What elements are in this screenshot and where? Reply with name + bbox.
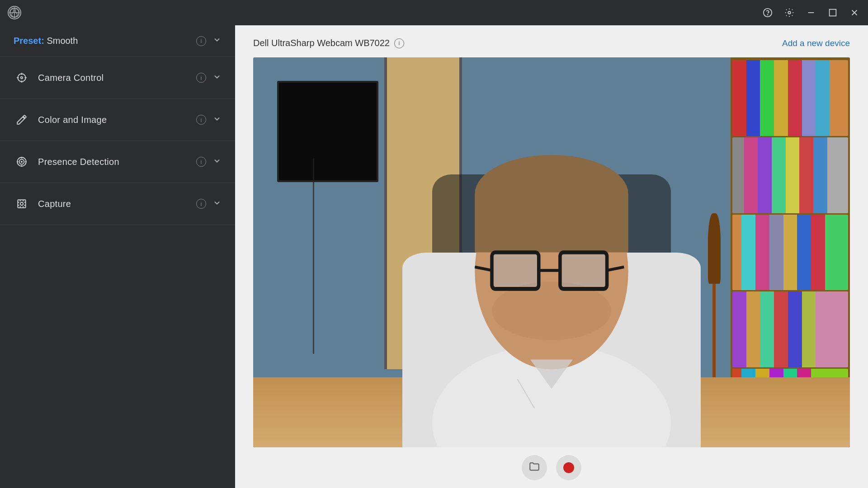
color-image-label: Color and Image (38, 115, 196, 125)
svg-rect-23 (18, 200, 25, 207)
device-name: Dell UltraSharp Webcam WB7022 i (253, 38, 404, 48)
camera-control-chevron[interactable] (212, 72, 222, 84)
target-icon (14, 154, 30, 170)
svg-point-18 (21, 161, 22, 162)
color-image-info-icon[interactable]: i (196, 115, 206, 125)
preset-keyword: Preset: (14, 36, 47, 46)
capture-icon (14, 196, 30, 212)
preset-chevron-icon[interactable] (212, 35, 222, 47)
svg-point-4 (768, 14, 768, 15)
device-info-icon[interactable]: i (394, 38, 404, 48)
svg-point-5 (788, 11, 791, 14)
preset-info-icon[interactable]: i (196, 36, 206, 46)
sidebar-item-capture[interactable]: Capture i (0, 183, 235, 225)
video-container (235, 57, 868, 447)
color-image-actions: i (196, 114, 222, 126)
presence-detection-actions: i (196, 156, 222, 168)
capture-actions: i (196, 198, 222, 210)
svg-point-11 (21, 77, 23, 79)
sidebar-item-camera-control[interactable]: Camera Control i (0, 57, 235, 99)
svg-rect-40 (492, 253, 539, 289)
capture-chevron[interactable] (212, 198, 222, 210)
camera-control-label: Camera Control (38, 73, 196, 83)
sidebar-item-presence-detection[interactable]: Presence Detection i (0, 141, 235, 183)
preset-value: Smooth (47, 36, 78, 46)
bottom-controls (235, 447, 868, 488)
help-icon[interactable] (761, 6, 774, 19)
video-frame (253, 57, 850, 447)
capture-info-icon[interactable]: i (196, 199, 206, 209)
sidebar-item-color-and-image[interactable]: Color and Image i (0, 99, 235, 141)
preset-label: Preset: Smooth (14, 36, 196, 46)
svg-rect-41 (560, 253, 607, 289)
svg-rect-38 (475, 194, 628, 252)
maximize-icon[interactable] (826, 6, 839, 19)
camera-control-actions: i (196, 72, 222, 84)
title-bar-controls (761, 6, 861, 19)
svg-point-10 (18, 74, 25, 81)
webcam-scene (253, 57, 850, 447)
sidebar: Preset: Smooth i (0, 25, 235, 488)
presence-detection-info-icon[interactable]: i (196, 157, 206, 167)
title-bar (0, 0, 868, 25)
close-icon[interactable] (848, 6, 861, 19)
app-icon (7, 5, 22, 20)
svg-point-24 (20, 202, 24, 206)
minimize-icon[interactable] (805, 6, 817, 19)
preset-actions: i (196, 35, 222, 47)
camera-control-info-icon[interactable]: i (196, 73, 206, 83)
device-header: Dell UltraSharp Webcam WB7022 i Add a ne… (235, 25, 868, 57)
record-dot (563, 462, 574, 473)
presence-detection-label: Presence Detection (38, 157, 196, 167)
open-folder-button[interactable] (522, 455, 547, 480)
add-device-button[interactable]: Add a new device (782, 38, 850, 48)
color-image-chevron[interactable] (212, 114, 222, 126)
presence-detection-chevron[interactable] (212, 156, 222, 168)
capture-label: Capture (38, 199, 196, 209)
record-button[interactable] (556, 455, 581, 480)
right-panel: Dell UltraSharp Webcam WB7022 i Add a ne… (235, 25, 868, 488)
folder-icon (528, 460, 540, 475)
crosshair-icon (14, 70, 30, 86)
brush-icon (14, 112, 30, 128)
svg-rect-7 (830, 9, 836, 16)
title-bar-left (7, 5, 22, 20)
person-svg (253, 57, 850, 447)
settings-icon[interactable] (783, 6, 796, 19)
preset-row[interactable]: Preset: Smooth i (0, 25, 235, 57)
main-layout: Preset: Smooth i (0, 25, 868, 488)
device-name-text: Dell UltraSharp Webcam WB7022 (253, 38, 390, 48)
